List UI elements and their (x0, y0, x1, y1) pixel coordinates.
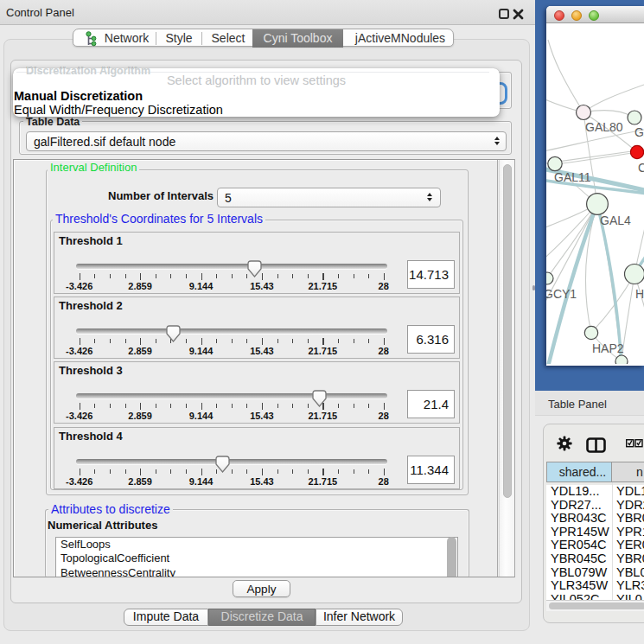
svg-text:H: H (635, 287, 644, 301)
svg-text:GAL4: GAL4 (600, 214, 631, 227)
svg-text:C: C (638, 161, 644, 175)
svg-text:GAL80: GAL80 (585, 120, 623, 134)
svg-text:GA: GA (634, 125, 644, 139)
svg-text:GCY1: GCY1 (546, 287, 577, 301)
svg-text:HAP2: HAP2 (592, 341, 624, 355)
svg-text:GAL11: GAL11 (554, 170, 591, 184)
